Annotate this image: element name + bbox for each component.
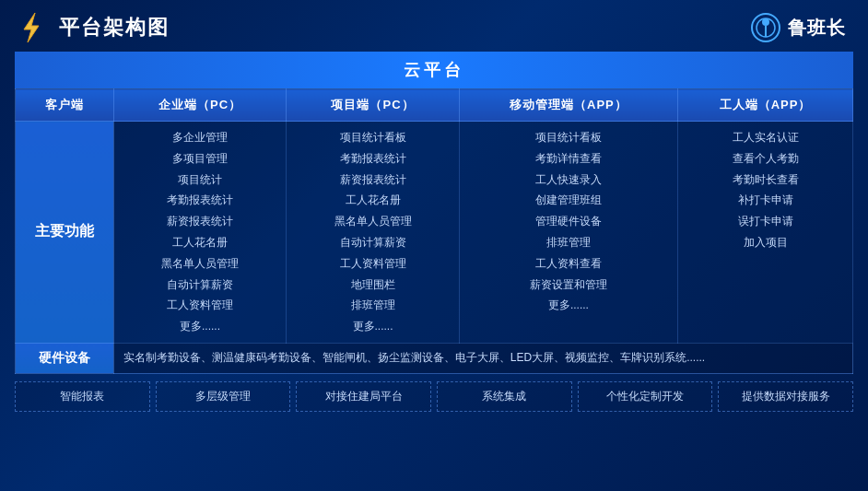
func-item: 更多......	[467, 295, 670, 316]
logo-icon	[15, 11, 48, 44]
func-item: 自动计算薪资	[294, 232, 451, 253]
col-mobile: 移动管理端（APP）	[459, 89, 677, 122]
func-item: 薪资设置和管理	[467, 275, 670, 296]
feature-item: 对接住建局平台	[296, 381, 431, 412]
func-item: 多企业管理	[122, 127, 278, 148]
func-item: 薪资报表统计	[122, 211, 278, 232]
func-item: 查看个人考勤	[686, 148, 845, 170]
func-item: 工人资料管理	[294, 253, 451, 275]
func-item: 薪资报表统计	[294, 170, 451, 191]
feature-item: 个性化定制开发	[578, 381, 713, 412]
func-item: 地理围栏	[294, 275, 451, 296]
func-item: 考勤报表统计	[122, 190, 278, 211]
func-item: 黑名单人员管理	[294, 211, 451, 232]
func-item: 多项目管理	[122, 148, 278, 170]
func-item: 项目统计看板	[467, 127, 670, 148]
main-content: 云平台 客户端 企业端（PC） 项目端（PC） 移动管理端（APP） 工人端（A…	[0, 52, 868, 421]
page-title: 平台架构图	[59, 14, 170, 41]
func-item: 自动计算薪资	[122, 275, 278, 296]
func-item: 考勤报表统计	[294, 148, 451, 170]
enterprise-functions: 多企业管理多项目管理项目统计考勤报表统计薪资报表统计工人花名册黑名单人员管理自动…	[113, 122, 286, 344]
func-item: 加入项目	[686, 232, 845, 253]
brand-name: 鲁班长	[788, 16, 846, 41]
func-item: 项目统计	[122, 170, 278, 191]
func-item: 工人快速录入	[467, 170, 670, 191]
svg-marker-0	[24, 13, 39, 42]
func-item: 工人实名认证	[686, 127, 845, 148]
func-item: 工人资料管理	[122, 295, 278, 316]
col-worker: 工人端（APP）	[678, 89, 853, 122]
brand-logo: 鲁班长	[751, 13, 846, 42]
func-item: 管理硬件设备	[467, 211, 670, 232]
feature-item: 系统集成	[437, 381, 572, 412]
platform-table: 客户端 企业端（PC） 项目端（PC） 移动管理端（APP） 工人端（APP） …	[15, 88, 853, 374]
column-header-row: 客户端 企业端（PC） 项目端（PC） 移动管理端（APP） 工人端（APP）	[16, 89, 853, 122]
func-item: 更多......	[294, 316, 451, 337]
func-item: 误打卡申请	[686, 211, 845, 232]
cloud-banner: 云平台	[15, 52, 853, 88]
col-enterprise: 企业端（PC）	[113, 89, 286, 122]
cloud-label: 云平台	[404, 61, 464, 79]
hardware-label: 硬件设备	[16, 343, 114, 373]
hardware-row: 硬件设备 实名制考勤设备、测温健康码考勤设备、智能闸机、扬尘监测设备、电子大屏、…	[16, 343, 853, 373]
func-item: 工人花名册	[122, 232, 278, 253]
func-item: 项目统计看板	[294, 127, 451, 148]
feature-item: 提供数据对接服务	[718, 381, 853, 412]
func-item: 考勤详情查看	[467, 148, 670, 170]
main-function-row: 主要功能 多企业管理多项目管理项目统计考勤报表统计薪资报表统计工人花名册黑名单人…	[16, 122, 853, 344]
feature-item: 多层级管理	[156, 381, 291, 412]
func-item: 考勤时长查看	[686, 170, 845, 191]
project-functions: 项目统计看板考勤报表统计薪资报表统计工人花名册黑名单人员管理自动计算薪资工人资料…	[287, 122, 459, 344]
func-item: 排班管理	[294, 295, 451, 316]
header-left: 平台架构图	[15, 11, 170, 44]
hardware-content: 实名制考勤设备、测温健康码考勤设备、智能闸机、扬尘监测设备、电子大屏、LED大屏…	[113, 343, 852, 373]
func-item: 黑名单人员管理	[122, 253, 278, 275]
mobile-functions: 项目统计看板考勤详情查看工人快速录入创建管理班组管理硬件设备排班管理工人资料查看…	[459, 122, 677, 344]
func-item: 工人花名册	[294, 190, 451, 211]
col-project: 项目端（PC）	[287, 89, 459, 122]
func-item: 工人资料查看	[467, 253, 670, 275]
main-function-label: 主要功能	[16, 122, 114, 344]
header: 平台架构图 鲁班长	[0, 0, 868, 52]
worker-functions: 工人实名认证查看个人考勤考勤时长查看补打卡申请误打卡申请加入项目	[678, 122, 853, 344]
brand-icon	[751, 13, 780, 42]
func-item: 更多......	[122, 316, 278, 337]
svg-point-3	[762, 18, 769, 26]
feature-item: 智能报表	[15, 381, 150, 412]
col-client: 客户端	[16, 89, 114, 122]
func-item: 补打卡申请	[686, 190, 845, 211]
features-row: 智能报表多层级管理对接住建局平台系统集成个性化定制开发提供数据对接服务	[15, 381, 853, 412]
func-item: 创建管理班组	[467, 190, 670, 211]
func-item: 排班管理	[467, 232, 670, 253]
